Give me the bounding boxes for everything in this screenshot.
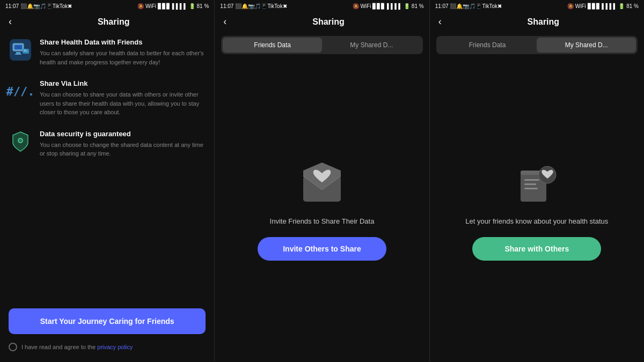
tab-my-shared-2[interactable]: My Shared D... xyxy=(322,38,421,53)
status-time-2: 11:07 ⬛🔔📷🎵📱TikTok✖ xyxy=(220,3,287,9)
feature-security-title: Data security is guaranteed xyxy=(40,130,206,138)
status-bar-2: 11:07 ⬛🔔📷🎵📱TikTok✖ 🔕 WiFi ▊▊▊ ▌▌▌▌ 🔋 81 … xyxy=(215,0,429,12)
back-button-1[interactable]: ‹ xyxy=(9,16,21,27)
svg-rect-6 xyxy=(24,50,26,50)
feature-health-text: Share Health Data with Friends You can s… xyxy=(40,38,206,67)
back-button-2[interactable]: ‹ xyxy=(223,16,236,27)
tab-friends-data-2[interactable]: Friends Data xyxy=(223,38,322,53)
tab-bar-3: Friends Data My Shared D... xyxy=(436,36,638,54)
feature-link: #//. Share Via Link You can choose to sh… xyxy=(9,79,206,117)
status-right-3: 🔕 WiFi ▊▊▊ ▌▌▌▌ 🔋 81 % xyxy=(567,3,639,9)
shield-icon xyxy=(9,130,32,153)
svg-rect-4 xyxy=(15,54,21,55)
screen-3: 11:07 ⬛🔔📷🎵📱TikTok✖ 🔕 WiFi ▊▊▊ ▌▌▌▌ 🔋 81 … xyxy=(430,0,644,362)
feature-health-title: Share Health Data with Friends xyxy=(40,38,206,46)
feature-security: Data security is guaranteed You can choo… xyxy=(9,130,206,158)
status-time-3: 11:07 ⬛🔔📷🎵📱TikTok✖ xyxy=(435,3,502,9)
svg-rect-3 xyxy=(16,52,20,54)
page-title-1: Sharing xyxy=(21,17,206,27)
feature-health: Share Health Data with Friends You can s… xyxy=(9,38,206,67)
page-title-3: Sharing xyxy=(451,17,635,27)
privacy-text: I have read and agree to the privacy pol… xyxy=(21,344,133,350)
feature-link-title: Share Via Link xyxy=(40,79,206,87)
feature-list: Share Health Data with Friends You can s… xyxy=(0,32,214,300)
share-illustration xyxy=(513,160,561,208)
nav-header-2: ‹ Sharing xyxy=(215,12,429,32)
status-bar-3: 11:07 ⬛🔔📷🎵📱TikTok✖ 🔕 WiFi ▊▊▊ ▌▌▌▌ 🔋 81 … xyxy=(430,0,644,12)
privacy-checkbox[interactable] xyxy=(9,343,17,351)
share-content-2: Invite Friends to Share Their Data Invit… xyxy=(215,58,429,362)
feature-link-text: Share Via Link You can choose to share y… xyxy=(40,79,206,117)
bottom-section-1: Start Your Journey Caring for Friends I … xyxy=(0,300,214,362)
health-icon xyxy=(9,38,32,62)
share-with-others-button[interactable]: Share with Others xyxy=(472,237,601,261)
link-icon-wrapper: #//. xyxy=(9,79,32,103)
feature-security-text: Data security is guaranteed You can choo… xyxy=(40,130,206,158)
status-time-1: 11:07 ⬛🔔📷🎵📱TikTok✖ xyxy=(5,3,72,9)
share-description: Let your friends know about your health … xyxy=(465,217,608,226)
invite-others-button[interactable]: Invite Others to Share xyxy=(258,237,386,261)
svg-rect-15 xyxy=(524,183,536,185)
status-right-2: 🔕 WiFi ▊▊▊ ▌▌▌▌ 🔋 81 % xyxy=(353,3,424,9)
feature-link-desc: You can choose to share your data with o… xyxy=(40,90,206,117)
screen-2: 11:07 ⬛🔔📷🎵📱TikTok✖ 🔕 WiFi ▊▊▊ ▌▌▌▌ 🔋 81 … xyxy=(215,0,429,362)
nav-header-1: ‹ Sharing xyxy=(0,12,214,32)
page-title-2: Sharing xyxy=(236,17,420,27)
feature-security-desc: You can choose to change the shared data… xyxy=(40,141,206,158)
tab-bar-2: Friends Data My Shared D... xyxy=(221,36,422,54)
feature-health-desc: You can safely share your health data to… xyxy=(40,49,206,67)
tab-my-shared-3[interactable]: My Shared D... xyxy=(537,38,636,53)
svg-rect-7 xyxy=(24,51,27,51)
back-button-3[interactable]: ‹ xyxy=(438,16,451,27)
screen-1: 11:07 ⬛🔔📷🎵📱TikTok✖ 🔕 WiFi ▊▊▊ ▌▌▌▌ 🔋 81 … xyxy=(0,0,215,362)
nav-header-3: ‹ Sharing xyxy=(430,12,644,32)
invite-illustration xyxy=(298,160,346,208)
start-journey-button[interactable]: Start Your Journey Caring for Friends xyxy=(9,308,206,334)
svg-rect-14 xyxy=(524,179,539,181)
status-right-1: 🔕 WiFi ▊▊▊ ▌▌▌▌ 🔋 81 % xyxy=(137,3,209,9)
svg-rect-16 xyxy=(524,188,538,189)
shield-icon-wrapper xyxy=(9,130,32,153)
link-icon: #//. xyxy=(6,85,35,98)
privacy-row: I have read and agree to the privacy pol… xyxy=(9,341,206,353)
invite-description: Invite Friends to Share Their Data xyxy=(270,217,375,226)
svg-rect-2 xyxy=(14,45,22,49)
tab-friends-data-3[interactable]: Friends Data xyxy=(438,38,537,53)
privacy-link[interactable]: privacy policy xyxy=(97,344,133,350)
status-bar-1: 11:07 ⬛🔔📷🎵📱TikTok✖ 🔕 WiFi ▊▊▊ ▌▌▌▌ 🔋 81 … xyxy=(0,0,214,12)
svg-point-10 xyxy=(20,140,21,141)
share-content-3: Let your friends know about your health … xyxy=(430,58,644,362)
health-icon-wrapper xyxy=(9,38,32,62)
